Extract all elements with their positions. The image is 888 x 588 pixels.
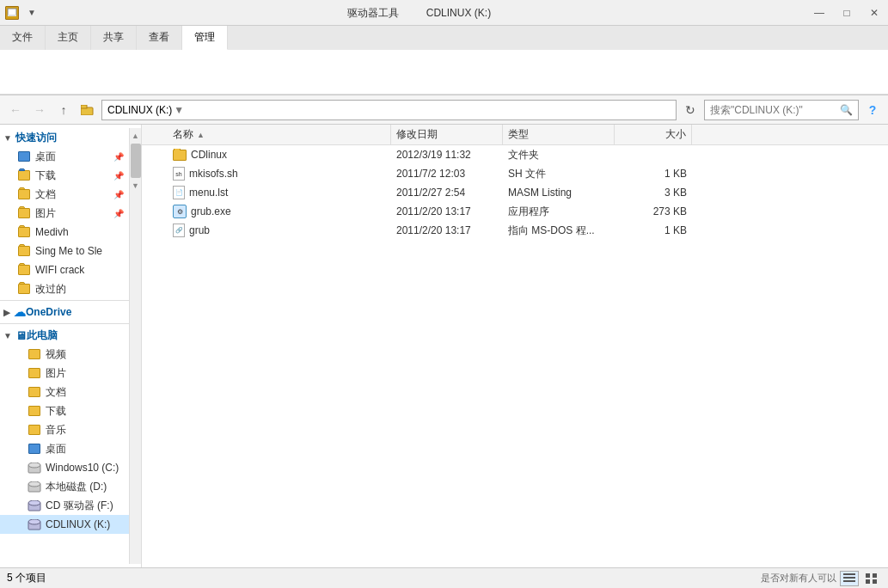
file-row[interactable]: 🔗 grub 2011/2/20 13:17 指向 MS-DOS 程... 1 … xyxy=(142,221,888,240)
sidebar-item-label: 桌面 xyxy=(46,442,66,456)
status-bar: 5 个项目 是否对新有人可以 xyxy=(0,567,888,588)
file-row[interactable]: sh mkisofs.sh 2011/7/2 12:03 SH 文件 1 KB xyxy=(142,164,888,183)
file-icon-doc: 📄 xyxy=(173,186,185,199)
file-list-body: CDlinux 2012/3/19 11:32 文件夹 sh xyxy=(142,145,888,567)
back-button[interactable]: ← xyxy=(5,100,26,120)
svg-rect-15 xyxy=(866,573,870,578)
svg-rect-1 xyxy=(8,15,16,16)
sidebar-item-music[interactable]: 音乐 xyxy=(0,420,129,439)
tab-manage[interactable]: 管理 xyxy=(182,26,228,50)
sidebar-item-desktop[interactable]: 桌面 📌 xyxy=(0,147,129,166)
window-title: CDLINUX (K:) xyxy=(409,7,508,19)
svg-point-9 xyxy=(28,500,40,505)
svg-point-7 xyxy=(28,481,40,487)
maximize-button[interactable]: □ xyxy=(833,0,860,26)
sidebar-item-driveD[interactable]: 本地磁盘 (D:) xyxy=(0,477,129,496)
sidebar-section-quick-access[interactable]: ▼ 快速访问 xyxy=(0,128,129,147)
sidebar-item-wifi-crack[interactable]: WIFI crack xyxy=(0,260,129,279)
file-name: menu.lst xyxy=(189,187,228,199)
search-icon[interactable]: 🔍 xyxy=(840,104,853,116)
pin-icon: 📌 xyxy=(113,171,124,181)
file-name: mkisofs.sh xyxy=(189,168,238,180)
minimize-button[interactable]: — xyxy=(805,0,833,26)
sidebar-item-pictures[interactable]: 图片 📌 xyxy=(0,204,129,223)
file-row[interactable]: ⚙ grub.exe 2011/2/20 13:17 应用程序 273 KB xyxy=(142,202,888,221)
address-path[interactable]: CDLINUX (K:) ▼ xyxy=(101,100,677,120)
scrollbar-thumb[interactable] xyxy=(131,144,141,178)
sidebar-item-videos[interactable]: 视频 xyxy=(0,345,129,364)
sidebar-item-pictures2[interactable]: 图片 xyxy=(0,364,129,383)
file-row[interactable]: CDlinux 2012/3/19 11:32 文件夹 xyxy=(142,145,888,164)
sidebar-item-singme[interactable]: Sing Me to Sle xyxy=(0,242,129,260)
sidebar-item-label: Windows10 (C:) xyxy=(46,462,119,474)
scrollbar-up[interactable]: ▲ xyxy=(132,130,139,142)
sidebar-item-label: 图片 xyxy=(46,366,66,381)
drive-f-icon xyxy=(28,499,41,512)
sidebar-section-onedrive[interactable]: ▶ ☁ OneDrive xyxy=(0,303,129,322)
view-details-button[interactable] xyxy=(840,571,859,586)
file-date-cell: 2011/2/27 2:54 xyxy=(391,187,503,199)
col-header-type[interactable]: 类型 xyxy=(503,125,615,144)
sidebar-item-desktop2[interactable]: 桌面 xyxy=(0,439,129,458)
tab-view[interactable]: 查看 xyxy=(137,26,182,50)
sidebar-item-documents2[interactable]: 文档 xyxy=(0,383,129,401)
drive-k-icon xyxy=(28,518,41,531)
tab-file[interactable]: 文件 xyxy=(0,26,46,50)
col-header-date[interactable]: 修改日期 xyxy=(391,125,503,144)
col-header-name[interactable]: 名称 ▲ xyxy=(168,125,391,144)
file-row[interactable]: 📄 menu.lst 2011/2/27 2:54 MASM Listing 3… xyxy=(142,183,888,202)
sidebar-item-label: 图片 xyxy=(35,206,56,221)
file-size-cell: 273 KB xyxy=(615,205,692,217)
file-date-cell: 2012/3/19 11:32 xyxy=(391,149,503,161)
sidebar-item-modified[interactable]: 改过的 xyxy=(0,279,129,298)
up-button[interactable]: ↑ xyxy=(53,100,74,120)
downloads-icon xyxy=(17,168,31,182)
sidebar-item-driveK[interactable]: CDLINUX (K:) xyxy=(0,515,129,534)
file-name-cell: sh mkisofs.sh xyxy=(168,167,391,181)
file-icon-folder xyxy=(173,150,187,161)
sidebar-item-driveC[interactable]: Windows10 (C:) xyxy=(0,458,129,477)
search-input[interactable] xyxy=(710,104,836,116)
main-area: ▼ 快速访问 桌面 📌 xyxy=(0,125,888,567)
search-bar: 🔍 xyxy=(704,100,859,120)
sidebar-item-documents[interactable]: 文档 📌 xyxy=(0,185,129,204)
svg-rect-13 xyxy=(843,577,855,579)
quick-access-label: 快速访问 xyxy=(15,131,57,145)
tab-home[interactable]: 主页 xyxy=(46,26,91,50)
status-item-count: 5 个项目 xyxy=(7,571,46,585)
window-controls: — □ ✕ xyxy=(805,0,888,26)
tab-share[interactable]: 共享 xyxy=(91,26,137,50)
onedrive-icon: ☁ xyxy=(14,305,26,319)
folder-icon xyxy=(28,404,41,418)
sidebar-item-downloads[interactable]: 下载 📌 xyxy=(0,166,129,185)
view-icons-button[interactable] xyxy=(862,571,881,586)
file-icon-link: 🔗 xyxy=(173,224,185,237)
sidebar-item-medivh[interactable]: Medivh xyxy=(0,223,129,242)
forward-button[interactable]: → xyxy=(29,100,50,120)
sidebar-item-driveF[interactable]: CD 驱动器 (F:) xyxy=(0,496,129,515)
file-area: 名称 ▲ 修改日期 类型 大小 xyxy=(142,125,888,567)
pin-icon: 📌 xyxy=(113,152,124,162)
svg-rect-17 xyxy=(866,579,870,584)
sidebar-item-downloads2[interactable]: 下载 xyxy=(0,401,129,420)
path-chevron: ▼ xyxy=(174,104,184,116)
sidebar-scrollbar[interactable]: ▲ ▼ xyxy=(129,128,141,564)
title-bar: ▼ 驱动器工具 CDLINUX (K:) — □ ✕ xyxy=(0,0,888,26)
sidebar-section-thispc[interactable]: ▼ 🖥 此电脑 xyxy=(0,326,129,345)
refresh-button[interactable]: ↻ xyxy=(680,100,701,120)
close-button[interactable]: ✕ xyxy=(860,0,888,26)
folder-icon xyxy=(17,263,31,277)
sidebar-item-label: CD 驱动器 (F:) xyxy=(46,499,113,513)
file-name-cell: 🔗 grub xyxy=(168,224,391,237)
help-button[interactable]: ? xyxy=(862,100,883,120)
pin-icon: 📌 xyxy=(113,209,124,218)
file-date-cell: 2011/2/20 13:17 xyxy=(391,205,503,217)
driver-tools-tab[interactable]: 驱动器工具 xyxy=(337,1,409,24)
file-name-cell: 📄 menu.lst xyxy=(168,186,391,199)
folder-icon xyxy=(28,385,41,399)
col-header-size[interactable]: 大小 xyxy=(615,125,692,144)
file-name: CDlinux xyxy=(191,149,227,161)
scrollbar-down[interactable]: ▼ xyxy=(132,180,139,192)
expand-arrow: ▼ xyxy=(3,133,12,143)
svg-rect-14 xyxy=(843,580,855,582)
